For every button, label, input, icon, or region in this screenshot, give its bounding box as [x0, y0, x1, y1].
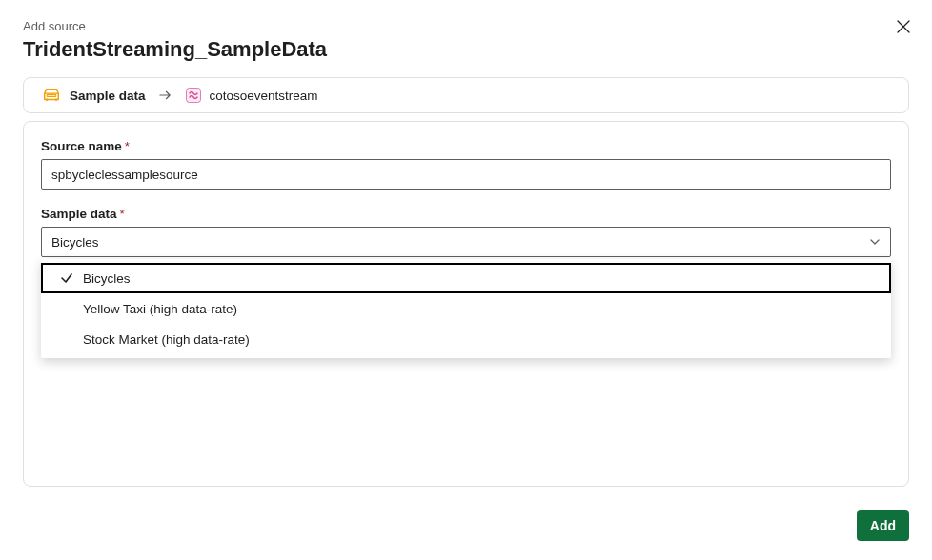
breadcrumb-destination-label: cotosoeventstream — [210, 89, 318, 103]
sample-data-select[interactable]: Bicycles — [41, 227, 891, 257]
dropdown-option-label: Stock Market (high data-rate) — [83, 332, 250, 347]
eventstream-icon — [185, 87, 202, 104]
svg-rect-1 — [55, 98, 57, 100]
breadcrumb-source: Sample data — [41, 86, 146, 105]
breadcrumb-destination: cotosoeventstream — [185, 87, 318, 104]
required-mark: * — [120, 207, 125, 221]
check-icon — [60, 332, 73, 346]
footer: Add — [857, 510, 909, 541]
add-source-panel: Add source TridentStreaming_SampleData S… — [0, 0, 932, 560]
form-card: Source name * Sample data * Bicycles — [23, 121, 909, 487]
check-icon — [60, 302, 73, 315]
close-button[interactable] — [894, 17, 913, 36]
dropdown-option-label: Yellow Taxi (high data-rate) — [83, 302, 237, 316]
dropdown-option-bicycles[interactable]: Bicycles — [41, 263, 891, 293]
breadcrumb-source-label: Sample data — [70, 89, 146, 103]
panel-small-label: Add source — [23, 19, 909, 33]
breadcrumb: Sample data cotosoeventstream — [23, 77, 909, 113]
page-title: TridentStreaming_SampleData — [23, 37, 909, 62]
close-icon — [897, 20, 910, 33]
field-sample-data: Sample data * Bicycles Bicycles — [41, 207, 891, 257]
dropdown-option-label: Bicycles — [83, 271, 131, 286]
sample-data-select-wrap: Bicycles Bicycles — [41, 227, 891, 257]
field-source-name: Source name * — [41, 139, 891, 190]
source-name-label: Source name * — [41, 139, 891, 153]
svg-rect-4 — [186, 89, 200, 103]
dropdown-option-stock-market[interactable]: Stock Market (high data-rate) — [41, 324, 891, 354]
sample-data-label: Sample data * — [41, 207, 891, 221]
chevron-down-icon — [869, 236, 881, 248]
sample-data-icon — [41, 86, 62, 105]
svg-rect-0 — [46, 98, 48, 100]
sample-data-dropdown: Bicycles Yellow Taxi (high data-rate) St… — [41, 259, 891, 358]
select-value: Bicycles — [51, 235, 99, 250]
arrow-right-icon — [159, 90, 172, 101]
dropdown-option-yellow-taxi[interactable]: Yellow Taxi (high data-rate) — [41, 293, 891, 324]
source-name-input[interactable] — [41, 159, 891, 190]
svg-rect-2 — [47, 95, 55, 97]
check-icon — [60, 271, 73, 285]
add-button[interactable]: Add — [857, 510, 909, 541]
required-mark: * — [125, 139, 130, 153]
